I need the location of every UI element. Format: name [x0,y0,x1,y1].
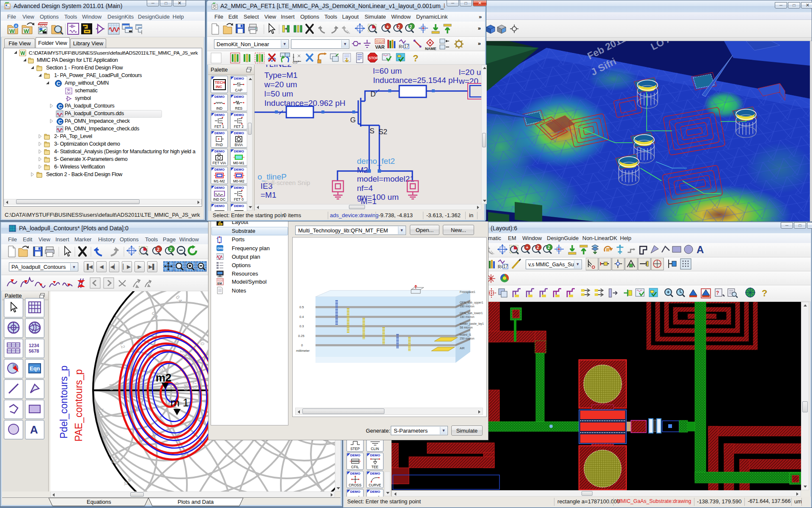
svg-text:model=model21: model=model21 [357,174,414,183]
svg-text:l=50 um: l=50 um [264,89,293,98]
svg-text:STOP: STOP [369,56,379,60]
svg-text:G: G [350,116,356,124]
svg-text:Full-screen Snip: Full-screen Snip [264,179,310,186]
svg-text:17: 17 [503,264,508,269]
svg-text:+: + [15,24,17,28]
svg-text:180 micron: 180 micron [460,305,475,308]
svg-text:PAE_contours_p: PAE_contours_p [73,369,84,442]
svg-text:nf=4: nf=4 [357,184,373,193]
svg-text:TECH: TECH [215,80,225,85]
svg-text:0.6: 0.6 [183,384,189,391]
svg-text:+: + [526,245,529,250]
svg-text:Equations: Equations [87,499,111,505]
svg-text:w=20: w=20 [458,77,478,86]
svg-text:0110: 0110 [376,39,384,44]
svg-text:Eqn: Eqn [30,365,40,372]
svg-text:58 micron: 58 micron [460,326,473,329]
svg-text:m 1: m 1 [170,396,189,409]
svg-text:+: + [387,24,389,29]
svg-text:l=60 um: l=60 um [373,66,402,75]
svg-text:A: A [30,423,38,435]
svg-text:VAR: VAR [375,44,384,50]
svg-text:demo_fet2: demo_fet2 [357,157,395,166]
svg-text:S: S [370,127,374,135]
svg-text:0.25: 0.25 [298,334,304,338]
svg-text:0.7: 0.7 [192,382,198,389]
svg-text:0.5: 0.5 [299,305,304,309]
svg-text:W: W [9,28,15,34]
svg-text:A: A [697,244,704,255]
svg-text:250 micron: 250 micron [460,337,475,340]
svg-text:180 micron: 180 micron [460,315,475,318]
svg-text:EM: EM [217,282,222,285]
svg-text:2: 2 [170,247,172,252]
svg-text:GHz: GHz [217,246,224,250]
svg-text:QFN_sub_upper1: QFN_sub_upper1 [460,301,483,304]
svg-text:W: W [24,28,29,34]
svg-text:2: 2 [410,25,412,29]
svg-text:?: ? [762,288,767,298]
svg-text:QFN_sub_lower1: QFN_sub_lower1 [460,312,483,315]
svg-text:0: 0 [301,343,303,347]
svg-text:=M1: =M1 [261,190,277,199]
svg-text:S2: S2 [379,128,387,136]
svg-text:R=: R= [498,265,503,269]
svg-text:Plots and Data: Plots and Data [178,499,214,505]
svg-text:AIR: AIR [460,347,465,350]
svg-text:solder_paste_lay1: solder_paste_lay1 [460,322,484,326]
svg-text:board_l1: board_l1 [460,333,471,337]
svg-text:3.0: 3.0 [199,338,205,345]
svg-text:INC: INC [216,85,222,89]
svg-text:2: 2 [537,245,539,250]
svg-text:M=1: M=1 [361,197,377,204]
svg-text:NAME: NAME [425,47,436,51]
svg-text:?: ? [716,290,719,296]
svg-text:0.2: 0.2 [118,340,126,349]
svg-text:0.1: 0.1 [109,383,115,390]
svg-text:?: ? [413,53,418,64]
svg-text:17: 17 [404,44,409,49]
svg-text:Pdel_contours_p: Pdel_contours_p [58,365,69,439]
svg-text:M2: M2 [357,166,368,174]
svg-text:2: 2 [548,245,550,250]
svg-text:0.3: 0.3 [299,324,304,328]
svg-text:0110: 0110 [217,279,223,282]
svg-text:0.4: 0.4 [299,315,304,319]
svg-text:Inductance=25.1544 pH: Inductance=25.1544 pH [373,76,458,85]
svg-text:5678: 5678 [29,348,39,353]
svg-text:TLINE2: TLINE2 [264,65,291,69]
svg-text:Freespace1: Freespace1 [460,290,475,294]
svg-text:0,0: 0,0 [293,61,298,64]
svg-text:Type=M1: Type=M1 [264,71,298,80]
svg-text:m2: m2 [156,371,172,384]
svg-text:w=20 um: w=20 um [264,80,297,89]
svg-text:l=20 u: l=20 u [459,68,481,77]
svg-text:1234: 1234 [29,343,39,348]
svg-text:D: D [370,90,376,98]
svg-text:+: + [217,237,218,240]
svg-text:millimeter: millimeter [296,349,310,353]
svg-text:W: W [20,50,25,56]
svg-text:R=: R= [399,44,404,49]
svg-text:2: 2 [398,25,401,29]
svg-text:2: 2 [157,247,159,252]
